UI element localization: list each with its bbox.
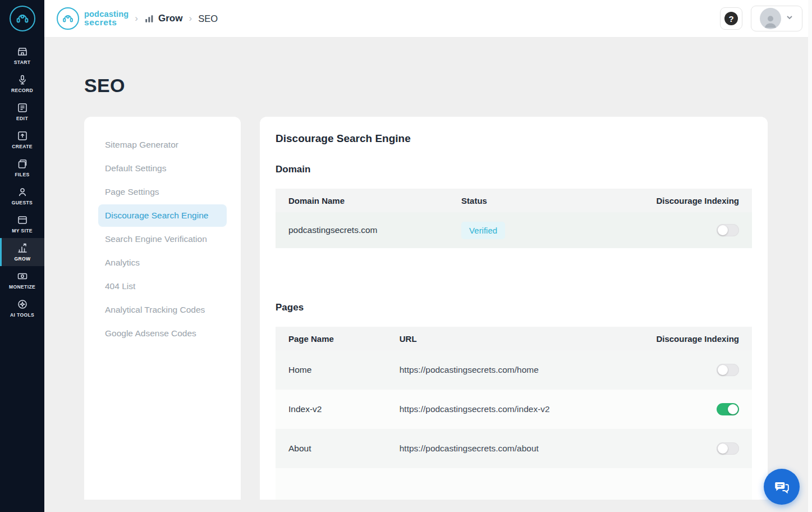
sidebar-item-record[interactable]: RECORD <box>0 70 44 98</box>
help-button[interactable]: ? <box>720 7 742 30</box>
brand-logo-icon <box>57 7 79 30</box>
brand-logo[interactable]: podcasting secrets <box>57 7 129 30</box>
edit-sliders-icon <box>17 102 28 113</box>
breadcrumb-seo: SEO <box>198 13 218 24</box>
page-title: SEO <box>84 75 808 97</box>
domain-table-header: Domain Name Status Discourage Indexing <box>276 189 752 212</box>
sidebar-item-my-site[interactable]: MY SITE <box>0 210 44 238</box>
pages-section-title: Pages <box>276 302 752 313</box>
column-header-discourage-indexing: Discourage Indexing <box>647 334 752 344</box>
seo-settings-menu: Sitemap Generator Default Settings Page … <box>84 117 241 500</box>
sidebar-item-label: MY SITE <box>12 228 33 234</box>
page-name: Index-v2 <box>276 404 400 414</box>
menu-item-sitemap-generator[interactable]: Sitemap Generator <box>98 134 227 156</box>
domain-section-title: Domain <box>276 164 752 175</box>
sidebar-item-label: GUESTS <box>12 200 33 205</box>
menu-item-discourage-search-engine[interactable]: Discourage Search Engine <box>98 204 227 227</box>
microphone-icon <box>17 74 28 85</box>
column-header-url: URL <box>400 334 647 344</box>
pages-table: Page Name URL Discourage Indexing Home h… <box>276 327 752 500</box>
table-row: About https://podcastingsecrets.com/abou… <box>276 429 752 468</box>
files-icon <box>17 158 28 170</box>
sidebar-item-edit[interactable]: EDIT <box>0 98 44 126</box>
sidebar-item-label: CREATE <box>12 144 33 149</box>
sidebar-item-label: START <box>14 60 31 65</box>
domain-name: podcastingsecrets.com <box>276 225 461 235</box>
sidebar-item-label: RECORD <box>11 88 33 93</box>
menu-item-404-list[interactable]: 404 List <box>98 275 227 298</box>
menu-item-google-adsense-codes[interactable]: Google Adsense Codes <box>98 322 227 345</box>
brand-name: podcasting secrets <box>84 10 129 28</box>
panel-title: Discourage Search Engine <box>276 132 752 145</box>
menu-item-page-settings[interactable]: Page Settings <box>98 181 227 203</box>
discourage-indexing-toggle[interactable] <box>717 224 739 236</box>
table-row <box>276 468 752 500</box>
account-menu-button[interactable] <box>751 6 802 31</box>
menu-item-default-settings[interactable]: Default Settings <box>98 157 227 180</box>
menu-item-analytical-tracking-codes[interactable]: Analytical Tracking Codes <box>98 299 227 321</box>
menu-item-analytics[interactable]: Analytics <box>98 252 227 274</box>
column-header-domain-name: Domain Name <box>276 196 461 205</box>
avatar <box>760 8 781 29</box>
sidebar-item-monetize[interactable]: MONETIZE <box>0 266 44 294</box>
sidebar-item-ai-tools[interactable]: AI TOOLS <box>0 294 44 322</box>
main-content: SEO Sitemap Generator Default Settings P… <box>44 38 808 512</box>
discourage-search-engine-panel: Discourage Search Engine Domain Domain N… <box>260 117 768 500</box>
browser-window-icon <box>17 214 28 226</box>
breadcrumb-grow[interactable]: Grow <box>144 13 182 24</box>
grow-bars-icon <box>144 13 154 24</box>
sidebar-item-label: EDIT <box>16 116 28 121</box>
page-url: https://podcastingsecrets.com/home <box>400 365 647 375</box>
help-icon: ? <box>724 12 738 25</box>
guests-icon <box>17 186 28 198</box>
sidebar-item-label: AI TOOLS <box>10 312 34 318</box>
sidebar-item-files[interactable]: FILES <box>0 154 44 182</box>
breadcrumb-separator-icon: › <box>189 13 192 24</box>
storefront-icon <box>17 46 28 57</box>
ai-sparkle-icon <box>17 299 28 310</box>
page-url: https://podcastingsecrets.com/index-v2 <box>400 404 647 414</box>
page-name: About <box>276 444 400 454</box>
sidebar-item-label: FILES <box>15 172 29 177</box>
pages-table-header: Page Name URL Discourage Indexing <box>276 327 752 350</box>
create-icon <box>17 130 28 141</box>
growth-chart-icon <box>17 243 28 254</box>
menu-item-search-engine-verification[interactable]: Search Engine Verification <box>98 228 227 250</box>
top-header: podcasting secrets › Grow › SEO ? <box>44 0 812 38</box>
scrollbar-track[interactable] <box>808 0 812 512</box>
person-silhouette-icon <box>762 12 779 29</box>
column-header-page-name: Page Name <box>276 334 400 344</box>
sidebar-item-grow[interactable]: GROW <box>0 238 44 266</box>
sidebar-item-label: GROW <box>15 256 31 262</box>
discourage-indexing-toggle[interactable] <box>717 403 739 415</box>
header-actions: ? <box>720 6 802 31</box>
page-url: https://podcastingsecrets.com/about <box>400 444 647 454</box>
domain-table: Domain Name Status Discourage Indexing p… <box>276 189 752 248</box>
column-header-discourage-indexing: Discourage Indexing <box>647 196 752 205</box>
table-row: podcastingsecrets.com Verified <box>276 212 752 248</box>
podcast-logo-icon <box>15 11 30 26</box>
sidebar-item-label: MONETIZE <box>9 284 35 290</box>
sidebar-item-create[interactable]: CREATE <box>0 126 44 154</box>
sidebar-item-start[interactable]: START <box>0 42 44 70</box>
chat-widget-button[interactable] <box>764 469 800 505</box>
page-name: Home <box>276 365 400 375</box>
table-row: Home https://podcastingsecrets.com/home <box>276 350 752 390</box>
sidebar: START RECORD EDIT CREATE FILES GUESTS MY… <box>0 0 44 512</box>
status-badge: Verified <box>461 222 505 239</box>
column-header-status: Status <box>461 196 647 205</box>
discourage-indexing-toggle[interactable] <box>717 364 739 376</box>
discourage-indexing-toggle[interactable] <box>717 442 739 455</box>
sidebar-item-guests[interactable]: GUESTS <box>0 182 44 210</box>
money-icon <box>17 271 28 282</box>
chevron-down-icon <box>786 13 793 24</box>
table-row: Index-v2 https://podcastingsecrets.com/i… <box>276 390 752 429</box>
breadcrumb-separator-icon: › <box>135 13 138 24</box>
app-logo-icon[interactable] <box>10 6 35 31</box>
chat-bubbles-icon <box>773 478 790 495</box>
